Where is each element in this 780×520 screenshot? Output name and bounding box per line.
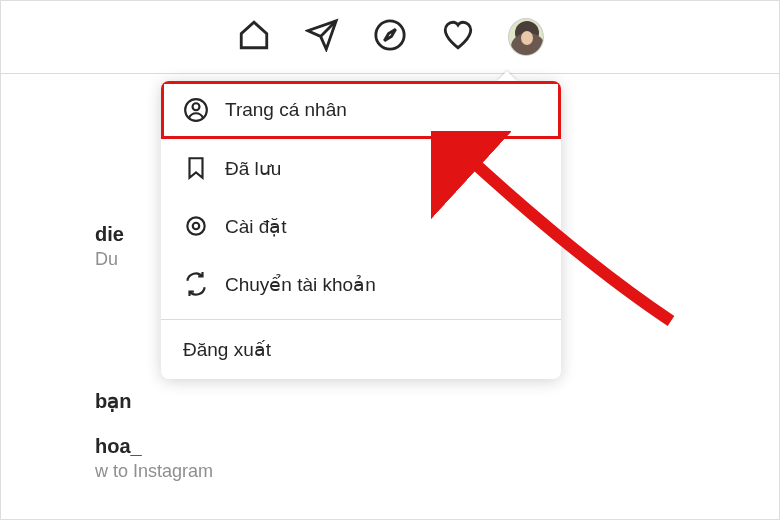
nav-direct[interactable] — [304, 19, 340, 55]
home-icon — [237, 18, 271, 56]
menu-label-profile: Trang cá nhân — [225, 99, 347, 121]
svg-point-5 — [187, 217, 204, 234]
bg-subtext-2: w to Instagram — [95, 461, 213, 482]
top-nav — [1, 19, 779, 74]
menu-item-saved[interactable]: Đã lưu — [161, 139, 561, 197]
menu-label-settings: Cài đặt — [225, 215, 287, 238]
bg-text-2: bạn — [95, 389, 131, 413]
menu-item-switch-account[interactable]: Chuyển tài khoản — [161, 255, 561, 313]
profile-icon — [183, 97, 209, 123]
bg-subtext-1: Du — [95, 249, 118, 270]
menu-caret — [497, 71, 517, 81]
svg-point-4 — [193, 103, 200, 110]
bg-username-1: die — [95, 223, 124, 246]
send-icon — [305, 18, 339, 56]
menu-label-saved: Đã lưu — [225, 157, 281, 180]
svg-marker-2 — [384, 29, 395, 40]
menu-label-logout: Đăng xuất — [183, 338, 271, 361]
svg-point-1 — [376, 21, 404, 49]
menu-label-switch: Chuyển tài khoản — [225, 273, 376, 296]
nav-activity[interactable] — [440, 19, 476, 55]
bg-username-2: hoa_ — [95, 435, 142, 458]
heart-icon — [441, 18, 475, 56]
svg-point-6 — [193, 223, 200, 230]
avatar — [508, 18, 544, 56]
compass-icon — [373, 18, 407, 56]
menu-item-profile[interactable]: Trang cá nhân — [161, 81, 561, 139]
nav-home[interactable] — [236, 19, 272, 55]
menu-item-settings[interactable]: Cài đặt — [161, 197, 561, 255]
gear-icon — [183, 213, 209, 239]
nav-explore[interactable] — [372, 19, 408, 55]
profile-dropdown: Trang cá nhân Đã lưu Cài đặt Chuyển tài … — [161, 81, 561, 379]
menu-item-logout[interactable]: Đăng xuất — [161, 320, 561, 379]
nav-profile-avatar[interactable] — [508, 19, 544, 55]
bookmark-icon — [183, 155, 209, 181]
switch-icon — [183, 271, 209, 297]
